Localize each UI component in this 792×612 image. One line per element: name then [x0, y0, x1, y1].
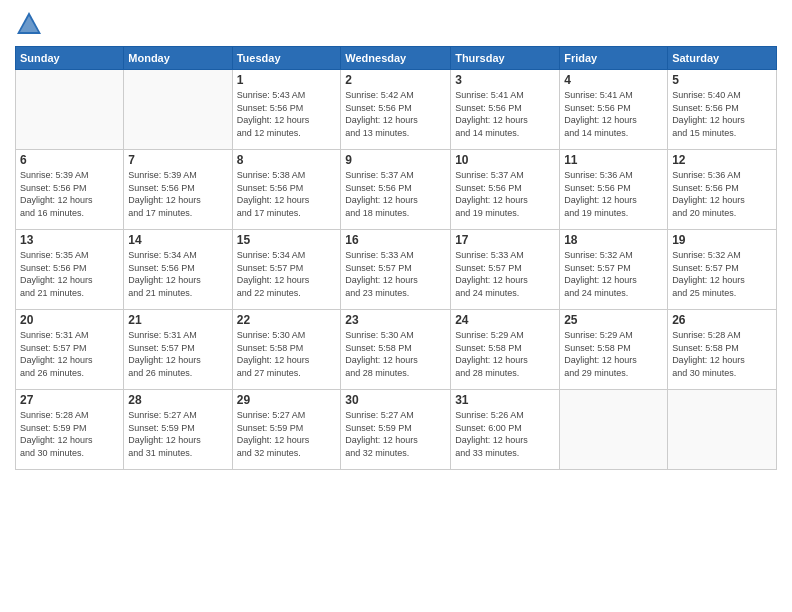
weekday-header: Saturday [668, 47, 777, 70]
weekday-header: Wednesday [341, 47, 451, 70]
day-info: Sunrise: 5:36 AM Sunset: 5:56 PM Dayligh… [564, 169, 663, 219]
day-number: 8 [237, 153, 337, 167]
day-info: Sunrise: 5:29 AM Sunset: 5:58 PM Dayligh… [564, 329, 663, 379]
logo [15, 10, 45, 38]
day-number: 30 [345, 393, 446, 407]
day-info: Sunrise: 5:42 AM Sunset: 5:56 PM Dayligh… [345, 89, 446, 139]
weekday-header: Thursday [451, 47, 560, 70]
calendar-cell: 31Sunrise: 5:26 AM Sunset: 6:00 PM Dayli… [451, 390, 560, 470]
day-info: Sunrise: 5:28 AM Sunset: 5:59 PM Dayligh… [20, 409, 119, 459]
day-info: Sunrise: 5:31 AM Sunset: 5:57 PM Dayligh… [128, 329, 227, 379]
calendar-cell: 27Sunrise: 5:28 AM Sunset: 5:59 PM Dayli… [16, 390, 124, 470]
day-info: Sunrise: 5:36 AM Sunset: 5:56 PM Dayligh… [672, 169, 772, 219]
day-info: Sunrise: 5:34 AM Sunset: 5:56 PM Dayligh… [128, 249, 227, 299]
day-number: 26 [672, 313, 772, 327]
day-info: Sunrise: 5:28 AM Sunset: 5:58 PM Dayligh… [672, 329, 772, 379]
day-number: 18 [564, 233, 663, 247]
calendar-week-row: 6Sunrise: 5:39 AM Sunset: 5:56 PM Daylig… [16, 150, 777, 230]
calendar-cell: 8Sunrise: 5:38 AM Sunset: 5:56 PM Daylig… [232, 150, 341, 230]
day-info: Sunrise: 5:27 AM Sunset: 5:59 PM Dayligh… [237, 409, 337, 459]
calendar-cell: 7Sunrise: 5:39 AM Sunset: 5:56 PM Daylig… [124, 150, 232, 230]
day-number: 22 [237, 313, 337, 327]
weekday-header: Sunday [16, 47, 124, 70]
day-number: 27 [20, 393, 119, 407]
calendar-week-row: 13Sunrise: 5:35 AM Sunset: 5:56 PM Dayli… [16, 230, 777, 310]
calendar-cell [16, 70, 124, 150]
day-number: 11 [564, 153, 663, 167]
day-info: Sunrise: 5:29 AM Sunset: 5:58 PM Dayligh… [455, 329, 555, 379]
day-number: 9 [345, 153, 446, 167]
day-info: Sunrise: 5:41 AM Sunset: 5:56 PM Dayligh… [455, 89, 555, 139]
day-info: Sunrise: 5:38 AM Sunset: 5:56 PM Dayligh… [237, 169, 337, 219]
day-number: 7 [128, 153, 227, 167]
day-info: Sunrise: 5:41 AM Sunset: 5:56 PM Dayligh… [564, 89, 663, 139]
day-number: 14 [128, 233, 227, 247]
day-number: 12 [672, 153, 772, 167]
day-number: 16 [345, 233, 446, 247]
calendar-cell: 12Sunrise: 5:36 AM Sunset: 5:56 PM Dayli… [668, 150, 777, 230]
day-info: Sunrise: 5:39 AM Sunset: 5:56 PM Dayligh… [128, 169, 227, 219]
calendar-cell: 28Sunrise: 5:27 AM Sunset: 5:59 PM Dayli… [124, 390, 232, 470]
calendar-cell: 2Sunrise: 5:42 AM Sunset: 5:56 PM Daylig… [341, 70, 451, 150]
weekday-header: Tuesday [232, 47, 341, 70]
calendar-week-row: 1Sunrise: 5:43 AM Sunset: 5:56 PM Daylig… [16, 70, 777, 150]
day-number: 31 [455, 393, 555, 407]
day-info: Sunrise: 5:27 AM Sunset: 5:59 PM Dayligh… [128, 409, 227, 459]
calendar-cell: 15Sunrise: 5:34 AM Sunset: 5:57 PM Dayli… [232, 230, 341, 310]
calendar-week-row: 20Sunrise: 5:31 AM Sunset: 5:57 PM Dayli… [16, 310, 777, 390]
calendar-cell [560, 390, 668, 470]
day-info: Sunrise: 5:32 AM Sunset: 5:57 PM Dayligh… [672, 249, 772, 299]
day-info: Sunrise: 5:37 AM Sunset: 5:56 PM Dayligh… [455, 169, 555, 219]
calendar-cell: 22Sunrise: 5:30 AM Sunset: 5:58 PM Dayli… [232, 310, 341, 390]
weekday-header: Monday [124, 47, 232, 70]
day-number: 21 [128, 313, 227, 327]
calendar-cell: 24Sunrise: 5:29 AM Sunset: 5:58 PM Dayli… [451, 310, 560, 390]
calendar-cell: 14Sunrise: 5:34 AM Sunset: 5:56 PM Dayli… [124, 230, 232, 310]
day-number: 2 [345, 73, 446, 87]
day-info: Sunrise: 5:31 AM Sunset: 5:57 PM Dayligh… [20, 329, 119, 379]
weekday-header: Friday [560, 47, 668, 70]
calendar-cell: 30Sunrise: 5:27 AM Sunset: 5:59 PM Dayli… [341, 390, 451, 470]
day-number: 20 [20, 313, 119, 327]
day-number: 15 [237, 233, 337, 247]
calendar-cell: 21Sunrise: 5:31 AM Sunset: 5:57 PM Dayli… [124, 310, 232, 390]
header [15, 10, 777, 38]
calendar-cell: 18Sunrise: 5:32 AM Sunset: 5:57 PM Dayli… [560, 230, 668, 310]
day-info: Sunrise: 5:35 AM Sunset: 5:56 PM Dayligh… [20, 249, 119, 299]
calendar-cell: 20Sunrise: 5:31 AM Sunset: 5:57 PM Dayli… [16, 310, 124, 390]
calendar-week-row: 27Sunrise: 5:28 AM Sunset: 5:59 PM Dayli… [16, 390, 777, 470]
calendar-cell: 4Sunrise: 5:41 AM Sunset: 5:56 PM Daylig… [560, 70, 668, 150]
day-info: Sunrise: 5:43 AM Sunset: 5:56 PM Dayligh… [237, 89, 337, 139]
day-number: 13 [20, 233, 119, 247]
logo-icon [15, 10, 43, 38]
calendar-cell: 16Sunrise: 5:33 AM Sunset: 5:57 PM Dayli… [341, 230, 451, 310]
day-number: 10 [455, 153, 555, 167]
day-number: 25 [564, 313, 663, 327]
calendar-cell: 17Sunrise: 5:33 AM Sunset: 5:57 PM Dayli… [451, 230, 560, 310]
day-number: 24 [455, 313, 555, 327]
day-number: 19 [672, 233, 772, 247]
day-number: 4 [564, 73, 663, 87]
calendar-cell: 9Sunrise: 5:37 AM Sunset: 5:56 PM Daylig… [341, 150, 451, 230]
day-number: 1 [237, 73, 337, 87]
day-number: 17 [455, 233, 555, 247]
calendar-cell: 5Sunrise: 5:40 AM Sunset: 5:56 PM Daylig… [668, 70, 777, 150]
day-number: 6 [20, 153, 119, 167]
day-info: Sunrise: 5:40 AM Sunset: 5:56 PM Dayligh… [672, 89, 772, 139]
day-info: Sunrise: 5:39 AM Sunset: 5:56 PM Dayligh… [20, 169, 119, 219]
day-info: Sunrise: 5:37 AM Sunset: 5:56 PM Dayligh… [345, 169, 446, 219]
calendar-cell: 26Sunrise: 5:28 AM Sunset: 5:58 PM Dayli… [668, 310, 777, 390]
day-info: Sunrise: 5:34 AM Sunset: 5:57 PM Dayligh… [237, 249, 337, 299]
calendar-cell: 3Sunrise: 5:41 AM Sunset: 5:56 PM Daylig… [451, 70, 560, 150]
day-info: Sunrise: 5:30 AM Sunset: 5:58 PM Dayligh… [345, 329, 446, 379]
day-info: Sunrise: 5:33 AM Sunset: 5:57 PM Dayligh… [455, 249, 555, 299]
calendar-cell: 11Sunrise: 5:36 AM Sunset: 5:56 PM Dayli… [560, 150, 668, 230]
calendar-cell: 13Sunrise: 5:35 AM Sunset: 5:56 PM Dayli… [16, 230, 124, 310]
day-info: Sunrise: 5:32 AM Sunset: 5:57 PM Dayligh… [564, 249, 663, 299]
calendar-cell: 23Sunrise: 5:30 AM Sunset: 5:58 PM Dayli… [341, 310, 451, 390]
calendar-cell [124, 70, 232, 150]
calendar-cell [668, 390, 777, 470]
day-info: Sunrise: 5:33 AM Sunset: 5:57 PM Dayligh… [345, 249, 446, 299]
day-number: 5 [672, 73, 772, 87]
day-info: Sunrise: 5:27 AM Sunset: 5:59 PM Dayligh… [345, 409, 446, 459]
